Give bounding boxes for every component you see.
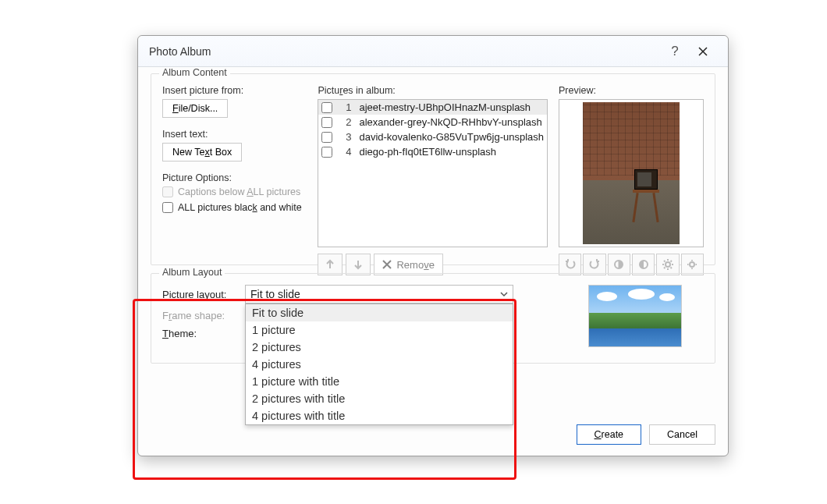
dropdown-option[interactable]: 4 pictures with title (246, 407, 513, 424)
brightness-down-icon (687, 259, 697, 270)
dropdown-option[interactable]: 1 picture (246, 321, 513, 339)
album-content-group: Album Content Insert picture from: File/… (151, 73, 715, 265)
album-layout-group: Album Layout Picture layout: Fit to slid… (151, 273, 715, 364)
album-layout-title: Album Layout (159, 267, 225, 278)
picture-layout-row: Picture layout: Fit to slide Fit to slid… (162, 285, 513, 303)
preview-box (559, 99, 704, 247)
contrast-down-button[interactable] (632, 254, 655, 275)
dropdown-option[interactable]: 4 pictures (246, 356, 513, 373)
list-item[interactable]: 4diego-ph-fIq0tET6llw-unsplash (318, 144, 547, 159)
titlebar: Photo Album ? (138, 36, 728, 67)
picture-layout-label: Picture layout: (162, 289, 237, 300)
list-item-number: 1 (339, 101, 351, 113)
brightness-down-button[interactable] (681, 254, 704, 275)
help-button[interactable]: ? (661, 41, 689, 62)
blackwhite-checkbox-input[interactable] (162, 202, 173, 213)
svg-point-3 (690, 262, 694, 267)
list-item-number: 4 (339, 146, 351, 158)
pictures-listbox[interactable]: 1ajeet-mestry-UBhpOIHnazM-unsplash2alexa… (318, 99, 548, 247)
frame-shape-label: Frame shape: (162, 310, 237, 321)
captions-checkbox-input (162, 186, 173, 197)
insert-text-label: Insert text: (162, 129, 307, 140)
album-content-title: Album Content (159, 67, 230, 78)
pictures-in-album-label: Pictures in album: (318, 85, 548, 96)
dialog-footer: Create Cancel (577, 424, 715, 445)
layout-thumbnail (588, 285, 682, 347)
arrow-down-icon (353, 259, 364, 270)
brightness-up-button[interactable] (656, 254, 679, 275)
picture-options-label: Picture Options: (162, 172, 307, 183)
cancel-button[interactable]: Cancel (649, 424, 715, 445)
list-tools: Remove (318, 254, 548, 275)
dropdown-option[interactable]: Fit to slide (246, 304, 513, 321)
dialog-title: Photo Album (149, 45, 661, 58)
picture-layout-value: Fit to slide (250, 288, 300, 300)
list-item[interactable]: 3david-kovalenko-G85VuTpw6jg-unsplash (318, 130, 547, 144)
chevron-down-icon (500, 290, 508, 298)
blackwhite-checkbox[interactable]: ALL pictures black and white (162, 202, 307, 213)
list-item-name: diego-ph-fIq0tET6llw-unsplash (359, 146, 496, 158)
close-icon (697, 46, 708, 57)
list-item[interactable]: 2alexander-grey-NkQD-RHhbvY-unsplash (318, 115, 547, 130)
list-item-checkbox[interactable] (321, 117, 332, 128)
list-item-name: ajeet-mestry-UBhpOIHnazM-unsplash (359, 101, 531, 113)
preview-image (583, 102, 680, 244)
insert-picture-label: Insert picture from: (162, 85, 307, 96)
new-text-box-button[interactable]: New Text Box (162, 143, 242, 161)
picture-layout-select[interactable]: Fit to slide Fit to slide1 picture2 pict… (245, 285, 513, 303)
svg-point-2 (666, 262, 670, 267)
rotate-right-icon (589, 259, 600, 270)
theme-label: Theme: (162, 328, 237, 339)
dialog-body: Album Content Insert picture from: File/… (138, 67, 728, 382)
list-item-name: david-kovalenko-G85VuTpw6jg-unsplash (359, 131, 544, 143)
rotate-left-button[interactable] (559, 254, 581, 275)
preview-label: Preview: (559, 85, 704, 96)
remove-button[interactable]: Remove (374, 254, 442, 275)
contrast-down-icon (638, 259, 649, 270)
list-item-number: 3 (339, 131, 351, 143)
dropdown-option[interactable]: 1 picture with title (246, 373, 513, 390)
preview-tools (559, 254, 704, 275)
photo-album-dialog: Photo Album ? Album Content Insert pictu… (137, 35, 729, 456)
rotate-left-icon (565, 259, 576, 270)
dropdown-option[interactable]: 2 pictures (246, 339, 513, 356)
arrow-up-icon (325, 259, 335, 270)
middle-column: Pictures in album: 1ajeet-mestry-UBhpOIH… (318, 85, 548, 275)
create-button[interactable]: Create (577, 424, 642, 445)
x-icon (382, 260, 392, 269)
close-button[interactable] (689, 41, 717, 62)
rotate-right-button[interactable] (583, 254, 605, 275)
file-disk-button[interactable]: File/Disk... (162, 99, 228, 118)
left-column: Insert picture from: File/Disk... Insert… (162, 85, 307, 275)
contrast-up-icon (613, 259, 624, 270)
list-item-number: 2 (339, 116, 351, 128)
dropdown-option[interactable]: 2 pictures with title (246, 390, 513, 407)
contrast-up-button[interactable] (608, 254, 630, 275)
move-down-button[interactable] (346, 254, 371, 275)
list-item[interactable]: 1ajeet-mestry-UBhpOIHnazM-unsplash (318, 100, 547, 115)
list-item-checkbox[interactable] (321, 102, 332, 113)
captions-checkbox: Captions below ALL pictures (162, 186, 307, 197)
list-item-name: alexander-grey-NkQD-RHhbvY-unsplash (359, 116, 541, 128)
list-item-checkbox[interactable] (321, 147, 332, 158)
right-column: Preview: (559, 85, 704, 275)
content-columns: Insert picture from: File/Disk... Insert… (162, 85, 704, 275)
list-item-checkbox[interactable] (321, 132, 332, 143)
brightness-up-icon (662, 259, 673, 270)
move-up-button[interactable] (318, 254, 343, 275)
picture-layout-dropdown[interactable]: Fit to slide1 picture2 pictures4 picture… (245, 303, 513, 425)
